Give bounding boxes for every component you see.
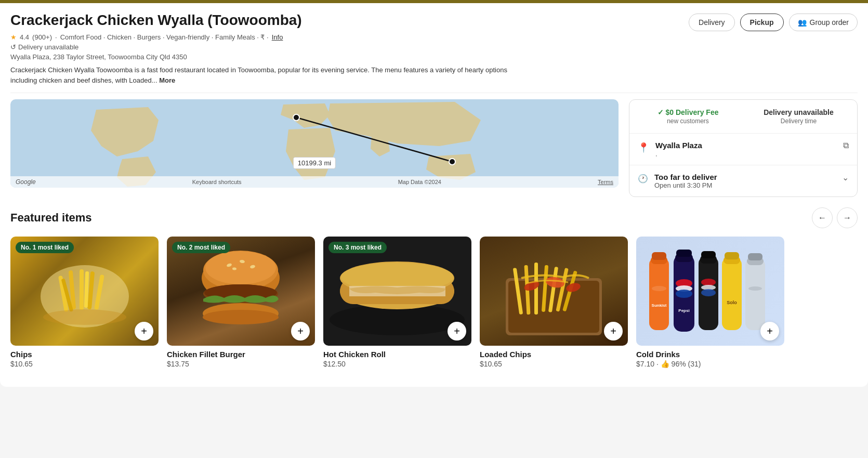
item-price-burger: $13.75: [167, 360, 315, 368]
pickup-button[interactable]: Pickup: [740, 14, 784, 31]
info-link[interactable]: Info: [272, 33, 283, 41]
svg-rect-66: [748, 253, 762, 260]
item-price-drinks: $7.10 · 👍 96% (31): [636, 360, 784, 368]
items-row: No. 1 most liked: [10, 237, 858, 368]
rating-value: 4.4: [20, 33, 29, 41]
divider: [10, 93, 858, 93]
delivery-status-detail: Too far to deliver Open until 3:30 PM: [654, 173, 836, 189]
info-panel: ✓ $0 Delivery Fee new customers Delivery…: [629, 99, 858, 197]
delivery-status-text: Delivery unavailable: [18, 43, 78, 51]
description-row: Crackerjack Chicken Wyalla Toowoomba is …: [10, 65, 509, 85]
delivery-unavail-row: ↺ Delivery unavailable: [10, 43, 858, 51]
svg-point-57: [701, 279, 716, 286]
delivery-unavailable-label: Delivery unavailable: [748, 108, 849, 116]
svg-text:Solo: Solo: [727, 300, 737, 305]
svg-rect-49: [676, 250, 692, 257]
clock-icon: 🕐: [638, 174, 648, 184]
item-image-burger: No. 2 most liked: [167, 237, 315, 346]
rating-count: (900+): [32, 33, 52, 41]
map-terms[interactable]: Terms: [598, 179, 613, 185]
list-item[interactable]: No. 2 most liked: [167, 237, 315, 368]
add-chips-button[interactable]: +: [135, 322, 153, 341]
delivery-fee-label: ✓ $0 Delivery Fee: [638, 108, 738, 116]
item-name-loaded: Loaded Chips: [480, 350, 628, 359]
item-image-drinks: Sunkist Pepsi: [636, 237, 784, 346]
restaurant-title: Crackerjack Chicken Wyalla (Toowoomba): [10, 11, 302, 29]
svg-rect-7: [80, 269, 84, 310]
too-far-label: Too far to deliver: [654, 173, 836, 181]
svg-rect-56: [701, 251, 716, 258]
refresh-icon: ↺: [10, 43, 16, 51]
svg-point-59: [701, 289, 716, 296]
svg-text:Sunkist: Sunkist: [652, 303, 667, 308]
google-logo: Google: [16, 178, 36, 186]
description-text: Crackerjack Chicken Wyalla Toowoomba is …: [10, 66, 507, 84]
header-row: Crackerjack Chicken Wyalla (Toowoomba) D…: [10, 11, 858, 31]
next-button[interactable]: →: [837, 207, 858, 228]
delivery-fee-sub: new customers: [638, 117, 738, 125]
categories: Comfort Food · Chicken · Burgers · Vegan…: [60, 33, 269, 41]
item-image-roll: No. 3 most liked: [323, 237, 471, 346]
svg-rect-62: [725, 252, 739, 259]
prev-button[interactable]: ←: [812, 207, 833, 228]
svg-point-23: [203, 310, 279, 324]
list-item[interactable]: Sunkist Pepsi: [636, 237, 784, 368]
group-order-button[interactable]: 👥 Group order: [789, 14, 858, 31]
item-badge-chips: No. 1 most liked: [16, 242, 74, 253]
delivery-unavailable-section: Delivery unavailable Delivery time: [748, 108, 849, 125]
list-item[interactable]: No. 3 most liked: [323, 237, 471, 368]
map-svg: [10, 99, 619, 188]
item-image-chips: No. 1 most liked: [10, 237, 159, 346]
add-burger-button[interactable]: +: [291, 322, 310, 341]
svg-point-15: [205, 251, 276, 284]
svg-rect-44: [652, 252, 666, 260]
check-icon: ✓: [657, 108, 664, 116]
meta-row: ★ 4.4 (900+) · Comfort Food · Chicken · …: [10, 33, 858, 41]
map-footer: Google Keyboard shortcuts Map Data ©2024…: [10, 176, 619, 188]
location-pin-icon: 📍: [638, 142, 649, 153]
delivery-fee-section: ✓ $0 Delivery Fee new customers: [638, 108, 738, 125]
svg-rect-60: [722, 257, 742, 330]
list-item[interactable]: No. 1 most liked: [10, 237, 159, 368]
copy-icon[interactable]: ⧉: [843, 141, 849, 150]
open-until-label: Open until 3:30 PM: [654, 181, 836, 189]
svg-rect-64: [745, 258, 765, 330]
item-name-drinks: Cold Drinks: [636, 350, 784, 359]
add-drinks-button[interactable]: +: [760, 322, 779, 341]
svg-point-12: [43, 309, 126, 325]
map-data: Map Data ©2024: [398, 179, 441, 185]
info-top: ✓ $0 Delivery Fee new customers Delivery…: [629, 100, 857, 134]
svg-rect-42: [649, 257, 669, 330]
svg-text:Pepsi: Pepsi: [678, 308, 689, 313]
list-item[interactable]: + Loaded Chips $10.65: [480, 237, 628, 368]
featured-section: Featured items ← → No. 1 most liked: [10, 207, 858, 378]
featured-title: Featured items: [10, 211, 92, 225]
map-distance-label: 10199.3 mi: [293, 157, 336, 169]
add-loaded-button[interactable]: +: [604, 322, 623, 341]
map-section: 10199.3 mi Google Keyboard shortcuts Map…: [10, 99, 619, 188]
delivery-time-sub: Delivery time: [748, 117, 849, 125]
item-price-chips: $10.65: [10, 360, 159, 368]
svg-point-67: [748, 286, 762, 291]
content-row: 10199.3 mi Google Keyboard shortcuts Map…: [10, 99, 858, 197]
add-roll-button[interactable]: +: [448, 322, 466, 341]
item-name-chips: Chips: [10, 350, 159, 359]
svg-point-3: [449, 159, 455, 165]
item-badge-roll: No. 3 most liked: [328, 242, 387, 253]
info-location: 📍 Wyalla Plaza , ⧉: [629, 134, 857, 165]
map-placeholder: 10199.3 mi Google Keyboard shortcuts Map…: [10, 99, 619, 188]
item-price-loaded: $10.65: [480, 360, 628, 368]
location-name: Wyalla Plaza: [655, 141, 837, 150]
featured-header: Featured items ← →: [10, 207, 858, 228]
category-separator: ·: [55, 33, 57, 41]
item-badge-burger: No. 2 most liked: [172, 242, 230, 253]
svg-point-2: [293, 114, 299, 121]
chevron-down-icon[interactable]: ⌄: [842, 173, 849, 182]
svg-point-45: [652, 286, 666, 291]
more-link[interactable]: More: [159, 76, 175, 84]
map-keyboard-shortcuts[interactable]: Keyboard shortcuts: [192, 179, 242, 185]
delivery-button[interactable]: Delivery: [689, 14, 735, 31]
location-sub: ,: [655, 150, 837, 158]
star-icon: ★: [10, 33, 17, 41]
main-container: Crackerjack Chicken Wyalla (Toowoomba) D…: [0, 3, 868, 387]
